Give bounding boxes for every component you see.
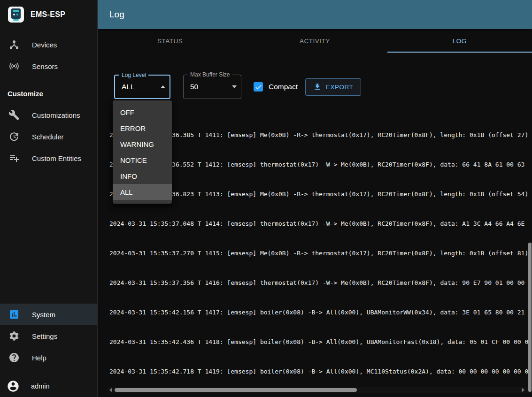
menu-item-all[interactable]: ALL	[113, 184, 172, 200]
tab-activity[interactable]: ACTIVITY	[242, 29, 387, 53]
log-line: 2024-03-31 15:35:36.823 T 1413: [emsesp]…	[109, 189, 529, 199]
sidebar-item-system[interactable]: System	[0, 304, 97, 325]
log-level-select-value: ALL	[122, 83, 135, 91]
log-level-menu: OFF ERROR WARNING NOTICE INFO ALL	[113, 100, 172, 204]
menu-item-warning[interactable]: WARNING	[113, 136, 172, 152]
sidebar: EMS-ESP Devices Se	[0, 0, 98, 397]
log-line: 2024-03-31 15:35:42.156 T 1417: [emsesp]…	[109, 307, 529, 317]
appbar: Log	[98, 0, 532, 29]
sidebar-header: EMS-ESP	[0, 0, 97, 29]
sidebar-item-label: Devices	[32, 41, 57, 49]
playlist-add-icon	[8, 153, 20, 164]
log-level-select-label: Log Level	[119, 72, 148, 78]
sidebar-item-customizations[interactable]: Customizations	[0, 104, 97, 126]
caret-up-icon	[161, 85, 165, 88]
log-line: 2024-03-31 15:35:36.385 T 1411: [emsesp]…	[109, 130, 529, 140]
sidebar-item-label: System	[32, 311, 55, 319]
user-name: admin	[31, 382, 50, 390]
devices-icon	[8, 39, 20, 50]
menu-item-off[interactable]: OFF	[113, 104, 172, 120]
log-line: 2024-03-31 15:35:37.270 T 1415: [emsesp]…	[109, 248, 529, 258]
log-line: 2024-03-31 15:35:37.048 T 1414: [emsesp]…	[109, 219, 529, 229]
sidebar-item-devices[interactable]: Devices	[0, 34, 97, 55]
log-line: 2024-03-31 15:35:42.436 T 1418: [emsesp]…	[109, 337, 529, 347]
max-buffer-select[interactable]: Max Buffer Size 50	[183, 75, 241, 99]
sidebar-user-admin[interactable]: admin	[0, 375, 97, 397]
account-circle-icon	[7, 380, 20, 393]
sidebar-item-label: Customizations	[32, 111, 80, 119]
tab-bar: STATUS ACTIVITY LOG	[98, 29, 532, 53]
log-line: 2024-03-31 15:35:42.718 T 1419: [emsesp]…	[109, 366, 529, 376]
ems-esp-logo-icon	[8, 6, 24, 23]
sidebar-item-label: Sensors	[32, 62, 58, 70]
sidebar-item-label: Custom Entities	[32, 154, 81, 162]
sidebar-nav: Devices Sensors Customize	[0, 29, 97, 169]
log-line: 2024-03-31 15:35:37.356 T 1416: [emsesp]…	[109, 278, 529, 288]
sidebar-item-label: Help	[32, 354, 46, 362]
sidebar-item-label: Settings	[32, 332, 57, 340]
scroll-right-arrow-icon[interactable]	[522, 388, 524, 392]
compact-checkbox-label[interactable]: Compact	[269, 83, 298, 91]
sidebar-item-sensors[interactable]: Sensors	[0, 55, 97, 77]
sidebar-item-scheduler[interactable]: Scheduler	[0, 126, 97, 147]
sidebar-section-customize: Customize	[0, 81, 97, 104]
compact-checkbox-row: Compact	[254, 82, 298, 92]
log-controls: Log Level ALL Max Buffer Size 50 Compact…	[98, 71, 532, 102]
download-icon	[313, 83, 322, 91]
menu-item-notice[interactable]: NOTICE	[113, 152, 172, 168]
export-button[interactable]: EXPORT	[305, 78, 361, 96]
tab-status[interactable]: STATUS	[98, 29, 242, 53]
tab-indicator	[387, 52, 532, 53]
menu-item-error[interactable]: ERROR	[113, 120, 172, 136]
page-title: Log	[109, 9, 124, 20]
sidebar-item-label: Scheduler	[32, 133, 64, 141]
wrench-icon	[8, 109, 20, 121]
sidebar-item-help[interactable]: Help	[0, 347, 97, 368]
scroll-left-arrow-icon[interactable]	[109, 388, 112, 392]
vertical-scrollbar-thumb[interactable]	[528, 243, 532, 392]
sensors-icon	[8, 61, 20, 72]
help-icon	[8, 352, 20, 363]
export-button-label: EXPORT	[326, 84, 353, 91]
sidebar-item-settings[interactable]: Settings	[0, 325, 97, 347]
clock-update-icon	[8, 131, 20, 142]
gear-icon	[8, 330, 20, 342]
horizontal-scrollbar-thumb[interactable]	[115, 388, 357, 392]
sidebar-bottom-group: System Settings Help	[0, 304, 97, 368]
menu-item-info[interactable]: INFO	[113, 168, 172, 184]
ems-esp-app: EMS-ESP Devices Se	[0, 0, 532, 397]
app-title: EMS-ESP	[31, 10, 65, 19]
max-buffer-select-label: Max Buffer Size	[188, 71, 232, 78]
sidebar-item-custom-entities[interactable]: Custom Entities	[0, 147, 97, 169]
caret-down-icon	[232, 85, 237, 88]
log-line: 2024-03-31 15:35:36.552 T 1412: [emsesp]…	[109, 160, 529, 169]
main-content: Log STATUS ACTIVITY LOG Log Level ALL Ma…	[98, 0, 532, 397]
log-level-select[interactable]: Log Level ALL	[114, 75, 170, 99]
horizontal-scrollbar[interactable]	[108, 387, 532, 393]
compact-checkbox[interactable]	[254, 82, 263, 92]
tab-log[interactable]: LOG	[387, 29, 532, 53]
max-buffer-select-value: 50	[190, 83, 198, 91]
bar-chart-icon	[8, 309, 20, 320]
